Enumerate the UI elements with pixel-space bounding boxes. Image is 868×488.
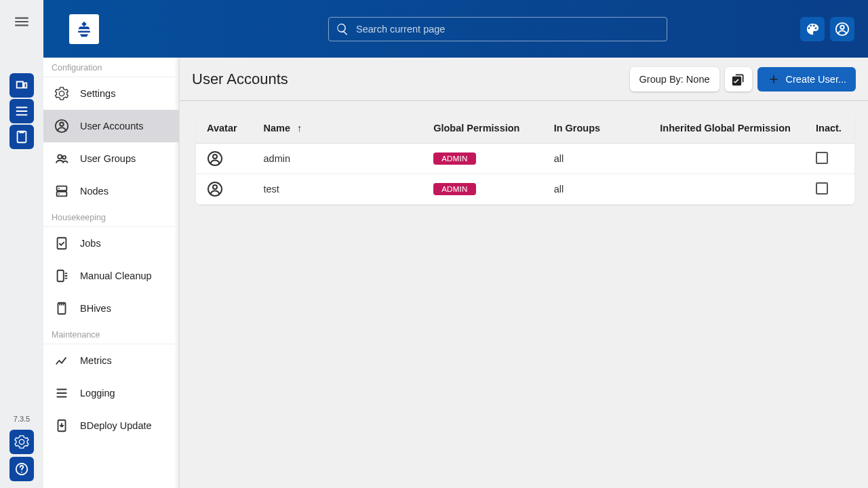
col-inherited[interactable]: Inherited Global Permission <box>649 113 805 144</box>
cell-name: test <box>253 174 423 205</box>
sidebar-item-label: Jobs <box>80 238 101 249</box>
sidebar-section-label: Housekeeping <box>43 207 179 227</box>
clipboard-icon <box>14 129 29 144</box>
sidebar-item-user-groups[interactable]: User Groups <box>43 142 179 175</box>
account-icon <box>54 119 69 134</box>
cell-inherited <box>649 144 805 174</box>
users-table: Avatar Name ↑ Global Permission In Group… <box>196 113 854 205</box>
search-input[interactable] <box>356 24 660 35</box>
sidebar-item-nodes[interactable]: Nodes <box>43 175 179 207</box>
sidebar-item-bdeploy-update[interactable]: BDeploy Update <box>43 409 179 442</box>
cell-name: admin <box>253 144 423 174</box>
cleanup-icon <box>54 268 69 283</box>
sidebar-item-label: BDeploy Update <box>80 420 152 431</box>
sidebar-item-jobs[interactable]: Jobs <box>43 227 179 260</box>
topbar <box>43 0 868 58</box>
sort-asc-icon: ↑ <box>297 123 302 134</box>
cell-perm: ADMIN <box>422 144 543 174</box>
rail-help-button[interactable] <box>9 457 34 481</box>
rail-item-3[interactable] <box>9 125 34 149</box>
sidebar-item-label: BHives <box>80 303 111 314</box>
cell-perm: ADMIN <box>422 174 543 205</box>
cell-inact <box>805 144 854 174</box>
avatar-icon <box>207 181 223 197</box>
col-name[interactable]: Name ↑ <box>253 113 423 144</box>
sidebar-section-label: Maintenance <box>43 325 179 344</box>
table-row[interactable]: adminADMINall <box>196 144 854 174</box>
cell-groups: all <box>543 144 650 174</box>
dns-icon <box>54 184 69 199</box>
sidebar-item-logging[interactable]: Logging <box>43 377 179 409</box>
sidebar-item-metrics[interactable]: Metrics <box>43 344 179 377</box>
sidebar: ConfigurationSettingsUser AccountsUser G… <box>43 58 180 488</box>
gear-icon <box>14 434 29 449</box>
sidebar-item-label: Logging <box>80 388 115 399</box>
group-icon <box>54 151 69 166</box>
sidebar-item-label: Metrics <box>80 355 112 366</box>
inact-checkbox[interactable] <box>816 152 828 164</box>
sidebar-item-settings[interactable]: Settings <box>43 77 179 110</box>
cell-avatar <box>196 174 253 205</box>
account-icon <box>835 22 850 37</box>
main-column: ConfigurationSettingsUser AccountsUser G… <box>43 0 868 488</box>
table-row[interactable]: testADMINall <box>196 174 854 205</box>
bulk-select-button[interactable] <box>725 67 752 92</box>
admin-badge: ADMIN <box>433 152 476 165</box>
admin-badge: ADMIN <box>433 183 476 195</box>
rail-settings-button[interactable] <box>9 430 34 454</box>
palette-icon <box>805 22 820 37</box>
sidebar-item-manual-cleanup[interactable]: Manual Cleanup <box>43 260 179 292</box>
avatar-icon <box>207 150 223 167</box>
content-area: User Accounts Group By: None Create User… <box>180 58 868 488</box>
plus-icon <box>767 73 781 86</box>
svg-point-1 <box>21 472 22 473</box>
gear-icon <box>54 86 69 101</box>
table-wrapper: Avatar Name ↑ Global Permission In Group… <box>180 101 868 488</box>
body-row: ConfigurationSettingsUser AccountsUser G… <box>43 58 868 488</box>
cell-groups: all <box>543 174 650 205</box>
account-button[interactable] <box>830 17 854 41</box>
devices-icon <box>14 78 29 93</box>
sidebar-item-label: User Groups <box>80 153 136 164</box>
cell-inherited <box>649 174 805 205</box>
rail-nav: 7.3.5 <box>0 0 43 488</box>
version-label: 7.3.5 <box>14 415 30 423</box>
sidebar-item-label: Nodes <box>80 186 108 197</box>
group-by-button[interactable]: Group By: None <box>630 67 719 92</box>
cell-avatar <box>196 144 253 174</box>
create-user-button[interactable]: Create User... <box>757 67 856 92</box>
chart-icon <box>54 353 69 368</box>
col-perm[interactable]: Global Permission <box>422 113 543 144</box>
help-icon <box>14 462 29 476</box>
sidebar-item-bhives[interactable]: BHives <box>43 292 179 325</box>
sd-icon <box>54 301 69 316</box>
cell-inact <box>805 174 854 205</box>
assignment-check-icon <box>54 236 69 251</box>
update-icon <box>54 418 69 433</box>
svg-point-3 <box>840 25 844 29</box>
sidebar-section-label: Configuration <box>43 58 179 77</box>
list-icon <box>14 104 29 119</box>
select-all-icon <box>732 73 745 86</box>
theme-button[interactable] <box>800 17 825 41</box>
bee-icon <box>74 19 94 39</box>
page-header: User Accounts Group By: None Create User… <box>180 58 868 101</box>
hamburger-button[interactable] <box>5 5 38 38</box>
list-icon <box>54 386 69 401</box>
app-logo[interactable] <box>69 14 99 44</box>
rail-item-2[interactable] <box>9 99 34 123</box>
sidebar-item-label: User Accounts <box>80 121 144 131</box>
sidebar-item-user-accounts[interactable]: User Accounts <box>43 110 179 142</box>
col-groups[interactable]: In Groups <box>543 113 650 144</box>
col-avatar[interactable]: Avatar <box>196 113 253 144</box>
search-icon <box>336 22 349 36</box>
create-user-label: Create User... <box>786 74 846 85</box>
inact-checkbox[interactable] <box>816 182 828 195</box>
menu-icon <box>13 13 31 30</box>
sidebar-item-label: Manual Cleanup <box>80 270 152 281</box>
col-inact[interactable]: Inact. <box>805 113 854 144</box>
sidebar-item-label: Settings <box>80 88 115 99</box>
page-title: User Accounts <box>192 70 288 88</box>
search-box[interactable] <box>328 17 667 41</box>
rail-item-1[interactable] <box>9 73 34 98</box>
